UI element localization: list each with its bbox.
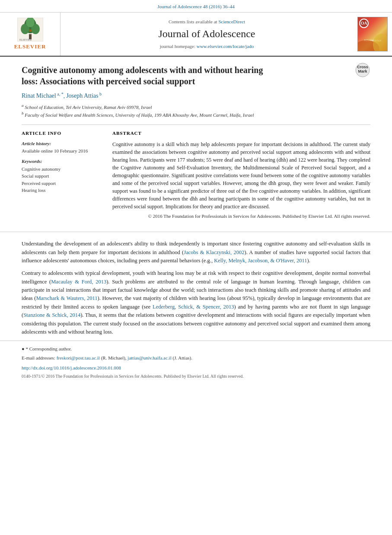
copyright-text: © 2016 The Foundation for Professionals …	[112, 213, 370, 220]
article-title: Cognitive autonomy among adolescents wit…	[22, 64, 272, 87]
crossmark-icon: Cross Mark	[355, 62, 370, 78]
sciencedirect-link[interactable]: ScienceDirect	[218, 19, 245, 24]
abstract-col: ABSTRACT Cognitive autonomy is a skill w…	[112, 130, 370, 220]
oa-icon: OA	[359, 19, 369, 28]
cover-art	[358, 29, 388, 51]
author-joseph-sup: b	[98, 92, 102, 96]
affiliations: a School of Education, Tel Aviv Universi…	[22, 103, 370, 118]
elsevier-logo: ELSEVIER ELSEVIER	[14, 18, 46, 51]
keyword-4: Hearing loss	[22, 187, 104, 194]
marschark-link[interactable]: Marschark & Wauters, 2011	[36, 295, 97, 301]
affiliation-b: b Faculty of Social Welfare and Health S…	[22, 111, 370, 118]
jacobs-link[interactable]: Jacobs & Klaczynski, 2002	[184, 249, 244, 255]
authors-line: Rinat Michael a, *, Joseph Attias b	[22, 91, 370, 100]
top-bar: Journal of Adolescence 48 (2016) 36–44	[0, 0, 392, 13]
journal-homepage: journal homepage: www.elsevier.com/locat…	[160, 43, 254, 50]
keyword-1: Cognitive autonomy	[22, 166, 104, 172]
keywords-label: Keywords:	[22, 158, 104, 165]
author-rinat-sup: a, *	[56, 92, 64, 96]
star-symbol: ●	[22, 346, 25, 351]
two-col-section: ARTICLE INFO Article history: Available …	[22, 124, 370, 220]
elsevier-brand-text: ELSEVIER	[14, 43, 46, 51]
svg-text:ELSEVIER: ELSEVIER	[19, 38, 32, 41]
svg-point-6	[29, 29, 32, 32]
body-paragraph-2: Contrary to adolescents with typical dev…	[22, 269, 370, 336]
journal-top-link[interactable]: Journal of Adolescence 48 (2016) 36–44	[157, 4, 235, 9]
homepage-link[interactable]: www.elsevier.com/locate/jado	[197, 44, 254, 49]
keyword-2: Social support	[22, 173, 104, 179]
keyword-3: Perceived support	[22, 180, 104, 187]
author-joseph[interactable]: Joseph Attias	[66, 93, 98, 99]
affil-a-sup: a	[22, 103, 24, 108]
page-wrapper: Journal of Adolescence 48 (2016) 36–44 E	[0, 0, 392, 535]
affil-b-sup: b	[22, 111, 24, 115]
body-text: Understanding the development of an adol…	[0, 240, 392, 336]
svg-point-9	[373, 34, 388, 51]
contents-available-text: Contents lists available at ScienceDirec…	[169, 19, 245, 25]
header-center: Contents lists available at ScienceDirec…	[61, 13, 353, 56]
crossmark-section: Cross Mark	[355, 62, 370, 80]
svg-text:Cross: Cross	[357, 65, 368, 69]
journal-cover-image: OA Adolescence	[357, 17, 388, 51]
email-footnote: E-mail addresses: freskori@post.tau.ac.i…	[22, 354, 370, 362]
elsevier-tree-icon: ELSEVIER	[17, 18, 43, 41]
email2-link[interactable]: jattias@univ.haifa.ac.il	[127, 355, 171, 360]
abstract-text: Cognitive autonomy is a skill which may …	[112, 140, 370, 210]
journal-title: Journal of Adolescence	[159, 27, 255, 41]
journal-cover-section: OA Adolescence	[353, 13, 392, 56]
header-section: ELSEVIER ELSEVIER Contents lists availab…	[0, 13, 392, 57]
stanzione-link[interactable]: Stanzione & Schick, 2014	[23, 312, 80, 318]
kelly-link[interactable]: Kelly, Melnyk, Jacobson, & O'Haver, 2011	[214, 258, 307, 264]
lederberg-link[interactable]: Lederberg, Schick, & Spencer, 2013	[153, 304, 234, 310]
history-label: Article history:	[22, 140, 104, 147]
section-divider	[0, 232, 392, 232]
issn-text: 0140-1971/© 2016 The Foundation for Prof…	[22, 373, 370, 379]
affiliation-a: a School of Education, Tel Aviv Universi…	[22, 103, 370, 111]
article-content: Cognitive autonomy among adolescents wit…	[0, 57, 392, 224]
author-rinat[interactable]: Rinat Michael	[22, 93, 56, 99]
email1-link[interactable]: freskori@post.tau.ac.il	[57, 355, 100, 360]
macaulay-link[interactable]: Macaulay & Ford, 2013	[51, 279, 106, 285]
elsevier-logo-section: ELSEVIER ELSEVIER	[0, 13, 61, 56]
history-value: Available online 10 February 2016	[22, 148, 104, 154]
footnote-section: ● * Corresponding author. E-mail address…	[0, 341, 392, 361]
corresponding-author-note: ● * Corresponding author.	[22, 345, 370, 353]
body-paragraph-1: Understanding the development of an adol…	[22, 240, 370, 265]
doi-link[interactable]: http://dx.doi.org/10.1016/j.adolescence.…	[22, 365, 370, 371]
svg-text:Mark: Mark	[358, 69, 367, 73]
article-info-heading: ARTICLE INFO	[22, 130, 104, 137]
bottom-bar: http://dx.doi.org/10.1016/j.adolescence.…	[0, 361, 392, 382]
abstract-heading: ABSTRACT	[112, 130, 370, 137]
article-info-col: ARTICLE INFO Article history: Available …	[22, 130, 104, 220]
